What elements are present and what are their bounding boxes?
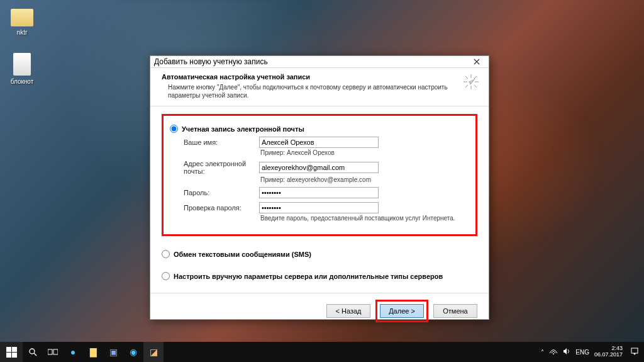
email-field[interactable]	[259, 162, 379, 173]
outlook-icon[interactable]: ◪	[143, 342, 164, 362]
password-label: Пароль:	[184, 189, 259, 196]
back-button[interactable]: < Назад	[326, 304, 370, 318]
dialog-description: Нажмите кнопку "Далее", чтобы подключить…	[162, 83, 477, 99]
svg-line-9	[34, 353, 36, 356]
next-button[interactable]: Далее >	[380, 304, 424, 318]
windows-logo-icon	[6, 347, 17, 358]
file-icon	[13, 53, 31, 76]
store-icon[interactable]: ▣	[103, 342, 123, 362]
highlight-box: Учетная запись электронной почты Ваше им…	[162, 114, 477, 236]
dialog-title: Добавить новую учетную запись	[154, 57, 469, 66]
email-radio-label: Учетная запись электронной почты	[182, 125, 304, 133]
svg-line-7	[474, 76, 477, 79]
email-hint: Пример: alexeyorekhov@example.com	[260, 176, 468, 183]
taskbar-clock[interactable]: 2:43 06.07.2017	[594, 346, 625, 358]
task-view-icon[interactable]	[43, 342, 63, 362]
password-hint: Введите пароль, предоставленный поставщи…	[260, 215, 468, 222]
svg-point-12	[553, 353, 554, 354]
desktop-icon-label: nktr	[5, 29, 39, 36]
option-manual[interactable]: Настроить вручную параметры сервера или …	[162, 272, 477, 280]
add-account-dialog: Добавить новую учетную запись Автоматиче…	[150, 55, 489, 320]
svg-rect-11	[53, 349, 58, 354]
notifications-icon[interactable]	[630, 347, 639, 357]
dialog-subtitle: Автоматическая настройка учетной записи	[162, 73, 477, 81]
dialog-body: Учетная запись электронной почты Ваше им…	[150, 106, 489, 293]
option-sms[interactable]: Обмен текстовыми сообщениями (SMS)	[162, 250, 477, 258]
name-field[interactable]	[259, 137, 379, 148]
tray-chevron-up-icon[interactable]: ˄	[541, 349, 544, 356]
sms-radio-label: Обмен текстовыми сообщениями (SMS)	[174, 251, 311, 258]
email-radio[interactable]	[170, 125, 178, 133]
name-label: Ваше имя:	[184, 139, 259, 146]
dialog-header: Автоматическая настройка учетной записи …	[150, 68, 489, 106]
date-text: 06.07.2017	[594, 352, 623, 358]
svg-line-4	[465, 76, 468, 79]
email-label: Адрес электронной почты:	[184, 160, 259, 175]
password-confirm-field[interactable]	[259, 202, 379, 213]
explorer-icon[interactable]: ▇	[83, 342, 103, 362]
volume-icon[interactable]	[563, 348, 570, 356]
sms-radio[interactable]	[162, 250, 170, 258]
people-icon[interactable]: ◉	[123, 342, 143, 362]
password2-label: Проверка пароля:	[184, 204, 259, 212]
manual-radio[interactable]	[162, 272, 170, 280]
taskbar: ● ▇ ▣ ◉ ◪ ˄ ENG 2:43 06.07.2017	[0, 342, 644, 362]
svg-rect-13	[631, 348, 638, 353]
close-icon[interactable]	[469, 56, 485, 67]
desktop-notepad-icon[interactable]: блокнот	[5, 50, 39, 85]
svg-line-5	[474, 85, 477, 88]
name-hint: Пример: Алексей Орехов	[260, 149, 468, 156]
desktop-icon-label: блокнот	[5, 78, 39, 85]
option-email-account[interactable]: Учетная запись электронной почты	[170, 125, 468, 133]
network-icon[interactable]	[549, 348, 558, 356]
manual-radio-label: Настроить вручную параметры сервера или …	[174, 273, 443, 280]
svg-line-6	[465, 85, 468, 88]
language-indicator[interactable]: ENG	[575, 349, 589, 356]
password-field[interactable]	[259, 187, 379, 198]
connect-icon	[462, 73, 480, 91]
desktop-folder-icon[interactable]: nktr	[5, 6, 39, 36]
start-button[interactable]	[0, 342, 23, 362]
next-highlight: Далее >	[375, 300, 428, 322]
edge-icon[interactable]: ●	[63, 342, 83, 362]
dialog-titlebar: Добавить новую учетную запись	[150, 56, 489, 68]
search-icon[interactable]	[23, 342, 43, 362]
cancel-button[interactable]: Отмена	[433, 304, 477, 318]
dialog-footer: < Назад Далее > Отмена	[150, 293, 489, 331]
folder-icon	[11, 9, 33, 26]
svg-rect-10	[48, 349, 52, 354]
svg-point-8	[30, 349, 35, 354]
